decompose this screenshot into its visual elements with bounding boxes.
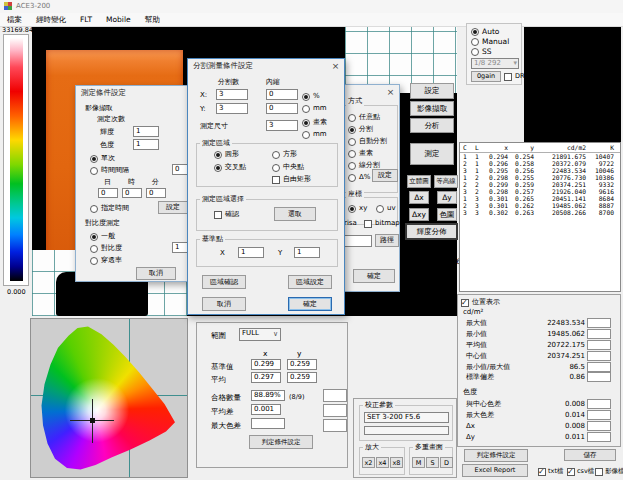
base-x-field[interactable]: 1 [238, 247, 264, 258]
menu-item-3[interactable]: Mobile [99, 13, 138, 25]
delta-x-button[interactable]: Δx [409, 191, 429, 204]
rect-radio[interactable]: 方形 [272, 150, 297, 159]
image-file-checkbox[interactable]: 影像檔 [595, 467, 623, 476]
txt-file-checkbox[interactable]: txt檔 [538, 467, 563, 476]
normal-radio[interactable]: 一般 [90, 232, 115, 241]
solid-view-button[interactable]: 立體圖 [407, 175, 431, 188]
menu-item-0[interactable]: 檔案 [0, 13, 29, 26]
size-field[interactable]: 3 [266, 120, 298, 131]
table-row[interactable]: 320.2980.25721926.0409616 [460, 188, 620, 195]
exposure-auto-radio[interactable]: Auto [471, 27, 499, 36]
interval-radio[interactable]: 時間間隔 [90, 166, 129, 175]
ref-x-field[interactable]: 0.299 [251, 359, 281, 370]
close-icon[interactable]: × [384, 86, 397, 98]
exposure-ss-radio[interactable]: SS [471, 47, 492, 56]
multiscreen-button-S[interactable]: S [426, 457, 439, 468]
center-radio[interactable]: 中央點 [272, 163, 304, 172]
split-radio[interactable]: 分割 [348, 125, 373, 134]
avg-y-field[interactable]: 0.259 [287, 372, 317, 383]
delta-xy-button[interactable]: Δxy [409, 208, 429, 221]
mid-cancel-button[interactable]: 取消 [202, 297, 246, 311]
specified-time-radio[interactable]: 指定時間 [90, 204, 129, 213]
measure-button[interactable]: 測定 [410, 143, 454, 165]
multiscreen-button-M[interactable]: M [412, 457, 425, 468]
delta-pct-radio[interactable]: Δ% [348, 173, 370, 182]
chroma-count-field[interactable]: 1 [133, 139, 159, 150]
pixel-radio[interactable]: 畫素 [348, 149, 373, 158]
menu-item-4[interactable]: 幫助 [138, 13, 167, 26]
table-row[interactable]: 330.3020.26320508.2668700 [460, 209, 620, 216]
interval-field[interactable]: 0 [172, 164, 188, 175]
bitmap-checkbox[interactable]: bitmap [364, 219, 400, 228]
right-ok-button[interactable]: 確定 [353, 269, 395, 283]
path-button[interactable]: 路徑 [375, 234, 399, 247]
capture-button[interactable]: 影像擷取 [410, 101, 454, 116]
table-row[interactable]: 130.3010.26520451.1418684 [460, 195, 620, 202]
shutter-dropdown[interactable]: 1/8 292▾ [471, 58, 519, 69]
ref-y-field[interactable]: 0.259 [287, 359, 317, 370]
area-confirm-button[interactable]: 區域確認 [202, 275, 246, 289]
x-inset-field[interactable]: 0 [266, 89, 298, 100]
contour-button[interactable]: 等高線 [434, 175, 458, 188]
exposure-manual-radio[interactable]: Manual [471, 37, 509, 46]
table-row[interactable]: 310.2950.25622483.53410046 [460, 167, 620, 174]
whitepoint-marker[interactable] [90, 418, 95, 423]
zoom-button-x8[interactable]: x8 [390, 457, 403, 468]
avg-x-field[interactable]: 0.297 [251, 372, 281, 383]
range-judge-button[interactable]: 判定條件設定 [249, 435, 313, 449]
contrast-field[interactable]: 1 [172, 242, 188, 253]
table-row[interactable]: 120.2980.25520776.73010386 [460, 174, 620, 181]
table-row[interactable]: 220.2990.25920374.2519332 [460, 181, 620, 188]
colormap-button[interactable]: 色圖 [437, 208, 457, 221]
free-rect-checkbox[interactable]: 自由矩形 [272, 175, 311, 184]
chromaticity-panel[interactable] [30, 318, 188, 478]
x-div-field[interactable]: 3 [216, 89, 248, 100]
single-radio[interactable]: 單次 [90, 154, 115, 163]
multiscreen-button-D[interactable]: D [440, 457, 453, 468]
table-row[interactable]: 230.3010.26219485.0628887 [460, 202, 620, 209]
csv-file-checkbox[interactable]: csv檔 [567, 467, 594, 476]
circle-radio[interactable]: 圓形 [214, 150, 239, 159]
confirm-checkbox[interactable]: 確認 [214, 210, 239, 219]
menu-item-2[interactable]: FLT [73, 13, 99, 25]
position-display-checkbox[interactable]: 位置表示 [461, 298, 500, 307]
base-y-field[interactable]: 1 [294, 247, 320, 258]
y-inset-field[interactable]: 0 [266, 103, 298, 114]
day-field[interactable]: 0 [98, 188, 118, 198]
autosplit-radio[interactable]: 自動分割 [348, 137, 387, 146]
judge-condition-button[interactable]: 判定條件設定 [464, 449, 528, 462]
inset-mm-radio[interactable]: mm [302, 104, 327, 113]
uv-radio[interactable]: uv [376, 204, 396, 213]
xy-radio[interactable]: xy [348, 204, 367, 213]
luminance-distribution-button[interactable]: 輝度分佈 [405, 223, 458, 240]
size-mm-radio[interactable]: mm [302, 130, 327, 139]
contrast-radio[interactable]: 對比度 [90, 244, 122, 253]
table-row[interactable]: 210.2960.25820372.0799722 [460, 160, 620, 167]
area-set-button[interactable]: 區域設定 [288, 275, 332, 289]
hour-field[interactable]: 0 [122, 188, 142, 198]
gain-button[interactable]: 0gain [471, 71, 501, 82]
preview-panel[interactable] [524, 27, 621, 142]
left-cancel-button[interactable]: 取消 [136, 267, 176, 280]
analyze-button[interactable]: 分析 [410, 118, 454, 133]
y-div-field[interactable]: 3 [216, 103, 248, 114]
range-dropdown[interactable]: FULL∨ [239, 328, 281, 341]
size-px-radio[interactable]: 畫素 [302, 118, 327, 127]
zoom-button-x2[interactable]: x2 [362, 457, 375, 468]
close-icon[interactable]: × [329, 60, 342, 72]
lum-count-field[interactable]: 1 [133, 126, 159, 137]
any-point-radio[interactable]: 任意點 [348, 113, 380, 122]
excel-report-button[interactable]: Excel Report [462, 464, 528, 477]
transmittance-radio[interactable]: 穿透率 [90, 256, 122, 265]
delta-y-button[interactable]: Δy [437, 191, 457, 204]
delta-pct-set-button[interactable]: 設定 [372, 169, 398, 182]
save-button[interactable]: 儲存 [564, 449, 616, 461]
measurement-table[interactable]: CLxycd/m2K110.2940.25421891.67510407210.… [459, 142, 621, 292]
cross-radio[interactable]: 交叉點 [214, 163, 246, 172]
mid-ok-button[interactable]: 確定 [288, 297, 332, 311]
pick-button[interactable]: 選取 [274, 207, 316, 221]
min-field[interactable]: 0 [146, 188, 166, 198]
inset-pct-radio[interactable]: % [302, 92, 320, 101]
zoom-button-x4[interactable]: x4 [376, 457, 389, 468]
menu-item-1[interactable]: 經時變化 [29, 13, 73, 26]
